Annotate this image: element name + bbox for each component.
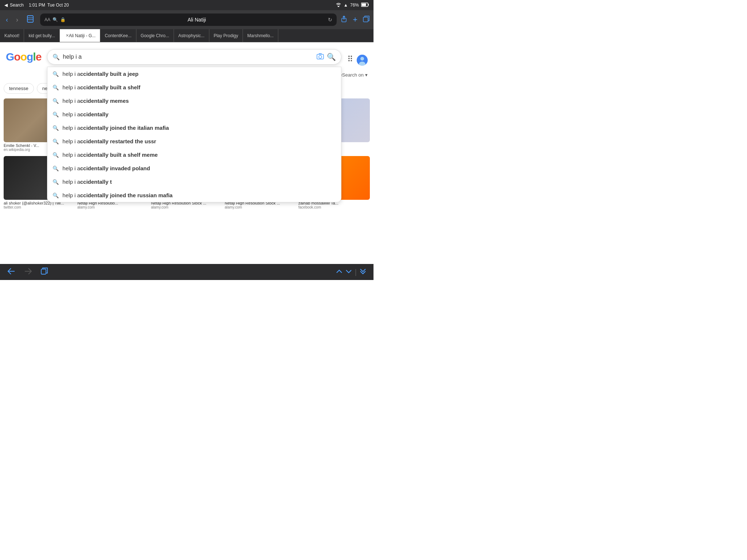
search-bar: 🔍 🔍 xyxy=(47,49,341,65)
tab-label-kahoot: Kahoot! xyxy=(4,33,19,38)
reload-icon[interactable]: ↻ xyxy=(328,17,332,23)
svg-rect-2 xyxy=(27,16,33,22)
autocomplete-item-1[interactable]: 🔍 help i accidentally built a shelf xyxy=(47,81,341,94)
autocomplete-item-9[interactable]: 🔍 help i accidentally joined the russian… xyxy=(47,188,341,202)
autocomplete-search-icon-6: 🔍 xyxy=(53,152,59,158)
image-source-zainab: facebook.com xyxy=(298,205,370,209)
tab-label-marshmello: Marshmello... xyxy=(247,33,274,38)
status-date: Tue Oct 20 xyxy=(47,3,69,8)
autocomplete-search-icon-1: 🔍 xyxy=(53,85,59,90)
tabs-button[interactable] xyxy=(363,15,370,24)
bottom-toolbar: | xyxy=(0,264,374,280)
autocomplete-text-1: help i accidentally built a shelf xyxy=(62,84,336,90)
tab-googlechro[interactable]: Google Chro... xyxy=(136,29,174,42)
autocomplete-text-0: help i accidentally built a jeep xyxy=(62,71,336,77)
back-bottom-button[interactable] xyxy=(7,268,15,277)
autocomplete-text-5: help i accidentally restarted the ussr xyxy=(62,138,336,144)
tab-label-alinatiji: Ali Natiji - G... xyxy=(69,33,96,38)
tab-label-astrophysic: Astrophysic... xyxy=(178,33,205,38)
google-logo: Google xyxy=(6,51,41,63)
svg-rect-16 xyxy=(41,269,46,274)
autocomplete-dropdown: 🔍 help i accidentally built a jeep 🔍 hel… xyxy=(47,67,341,202)
main-content: Google 🔍 🔍 🔍 help i accidentally built a… xyxy=(0,42,374,264)
browser-chrome: ‹ › AA 🔍 🔒 Ali Natiji ↻ + xyxy=(0,10,374,29)
search-input[interactable] xyxy=(63,54,314,60)
svg-point-8 xyxy=(360,57,364,61)
chip-tennesse[interactable]: tennesse xyxy=(4,83,34,94)
image-source-netaji-handshake: alamy.com xyxy=(225,205,296,209)
image-source-alishoker322: twitter.com xyxy=(4,205,75,209)
autocomplete-item-0[interactable]: 🔍 help i accidentally built a jeep xyxy=(47,67,341,81)
search-container: 🔍 🔍 🔍 help i accidentally built a jeep 🔍… xyxy=(47,49,341,65)
svg-rect-1 xyxy=(362,3,366,6)
wifi-icon xyxy=(336,3,341,8)
scroll-bottom-button[interactable] xyxy=(360,268,366,276)
back-button[interactable]: ‹ xyxy=(4,15,10,25)
autocomplete-item-5[interactable]: 🔍 help i accidentally restarted the ussr xyxy=(47,135,341,148)
tabs-bottom-button[interactable] xyxy=(41,268,48,277)
tab-bully[interactable]: kid get bully... xyxy=(24,29,59,42)
separator: | xyxy=(355,268,357,276)
address-bar[interactable]: AA 🔍 🔒 Ali Natiji ↻ xyxy=(40,13,337,26)
svg-rect-4 xyxy=(363,17,368,22)
forward-button[interactable]: › xyxy=(14,15,20,25)
tab-label-googlechro: Google Chro... xyxy=(141,33,169,38)
tab-kahoot[interactable]: Kahoot! xyxy=(0,29,24,42)
bottom-left xyxy=(7,268,48,277)
search-submit-icon[interactable]: 🔍 xyxy=(327,52,336,61)
svg-point-6 xyxy=(319,55,322,58)
image-source-netaji-statue: alamy.com xyxy=(77,205,149,209)
forward-bottom-button[interactable] xyxy=(24,268,32,277)
autocomplete-text-9: help i accidentally joined the russian m… xyxy=(62,192,336,198)
scroll-up-button[interactable] xyxy=(336,268,342,276)
autocomplete-search-icon-3: 🔍 xyxy=(53,112,59,117)
autocomplete-search-icon-5: 🔍 xyxy=(53,139,59,144)
autocomplete-text-8: help i accidentally t xyxy=(62,179,336,185)
autocomplete-item-8[interactable]: 🔍 help i accidentally t xyxy=(47,175,341,188)
image-source-netaji-group: alamy.com xyxy=(151,205,222,209)
battery-icon xyxy=(361,3,369,8)
bottom-right: | xyxy=(336,268,366,276)
header-right: ⠿ xyxy=(347,48,368,66)
scroll-down-button[interactable] xyxy=(345,268,352,276)
tab-label-playprodigy: Play Prodigy xyxy=(214,33,238,38)
grid-icon[interactable]: ⠿ xyxy=(347,55,353,64)
safesearch-chevron-icon: ▾ xyxy=(365,72,368,78)
tab-contentkee[interactable]: ContentKee... xyxy=(100,29,136,42)
autocomplete-search-icon-2: 🔍 xyxy=(53,98,59,104)
tab-astrophysic[interactable]: Astrophysic... xyxy=(174,29,209,42)
tab-label-bully: kid get bully... xyxy=(28,33,55,38)
tab-alinatiji[interactable]: ✕ Ali Natiji - G... xyxy=(60,29,100,42)
tab-close-icon[interactable]: ✕ xyxy=(66,33,69,38)
autocomplete-item-4[interactable]: 🔍 help i accidentally joined the italian… xyxy=(47,121,341,135)
autocomplete-item-7[interactable]: 🔍 help i accidentally invaded poland xyxy=(47,162,341,175)
autocomplete-text-3: help i accidentally xyxy=(62,111,336,117)
google-header: Google 🔍 🔍 🔍 help i accidentally built a… xyxy=(0,42,374,69)
autocomplete-text-7: help i accidentally invaded poland xyxy=(62,165,336,171)
avatar[interactable] xyxy=(357,55,368,66)
autocomplete-item-2[interactable]: 🔍 help i accidentally memes xyxy=(47,94,341,108)
signal-icon: ◀ xyxy=(4,3,8,8)
autocomplete-search-icon-8: 🔍 xyxy=(53,179,59,185)
search-icon-addr: 🔍 xyxy=(53,17,58,22)
search-icon: 🔍 xyxy=(53,54,60,61)
new-tab-button[interactable]: + xyxy=(353,15,357,24)
status-search-label: Search xyxy=(10,3,24,8)
autocomplete-item-3[interactable]: 🔍 help i accidentally xyxy=(47,108,341,121)
autocomplete-item-6[interactable]: 🔍 help i accidentally built a shelf meme xyxy=(47,148,341,162)
status-left: ◀ Search 1:01 PM Tue Oct 20 xyxy=(4,3,69,8)
status-bar: ◀ Search 1:01 PM Tue Oct 20 ▲ 76% xyxy=(0,0,374,10)
battery-text: 76% xyxy=(350,3,359,8)
bookmarks-button[interactable] xyxy=(24,13,36,26)
share-button[interactable] xyxy=(340,15,348,24)
camera-icon[interactable] xyxy=(317,53,324,61)
address-text: Ali Natiji xyxy=(68,17,326,23)
tab-label-contentkee: ContentKee... xyxy=(105,33,131,38)
status-right: ▲ 76% xyxy=(336,3,369,8)
tab-marshmello[interactable]: Marshmello... xyxy=(243,29,278,42)
autocomplete-search-icon-4: 🔍 xyxy=(53,125,59,131)
tab-playprodigy[interactable]: Play Prodigy xyxy=(209,29,243,42)
autocomplete-text-4: help i accidentally joined the italian m… xyxy=(62,125,336,131)
status-time: 1:01 PM xyxy=(29,3,45,8)
location-icon: ▲ xyxy=(344,3,348,8)
